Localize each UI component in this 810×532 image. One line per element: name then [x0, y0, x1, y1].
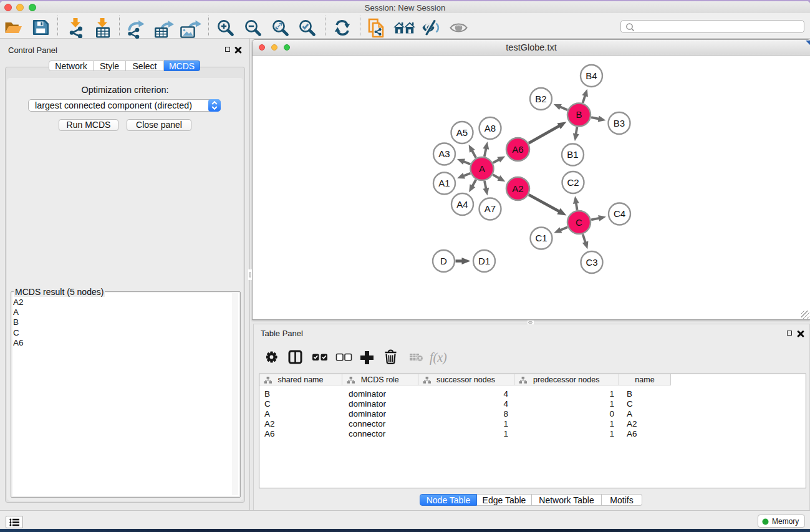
svg-text:A2: A2 [512, 183, 523, 194]
svg-text:B: B [576, 109, 582, 120]
svg-text:C2: C2 [567, 177, 579, 188]
svg-text:A5: A5 [456, 127, 468, 138]
svg-text:B1: B1 [567, 149, 578, 160]
svg-text:A1: A1 [438, 178, 450, 188]
svg-text:A3: A3 [438, 148, 450, 159]
svg-text:A7: A7 [485, 203, 496, 214]
svg-text:A: A [479, 163, 485, 174]
svg-text:C1: C1 [535, 233, 547, 243]
svg-text:D1: D1 [478, 256, 490, 266]
svg-text:B4: B4 [586, 70, 597, 81]
svg-text:f(x): f(x) [430, 351, 447, 365]
svg-text:A6: A6 [512, 144, 523, 155]
svg-text:A4: A4 [456, 199, 468, 210]
svg-text:C3: C3 [586, 257, 597, 268]
svg-text:C4: C4 [614, 208, 625, 219]
svg-text:B3: B3 [614, 118, 625, 128]
svg-text:D: D [440, 256, 447, 266]
svg-text:B2: B2 [535, 94, 546, 104]
svg-text:C: C [576, 217, 582, 228]
svg-text:A8: A8 [485, 123, 496, 133]
